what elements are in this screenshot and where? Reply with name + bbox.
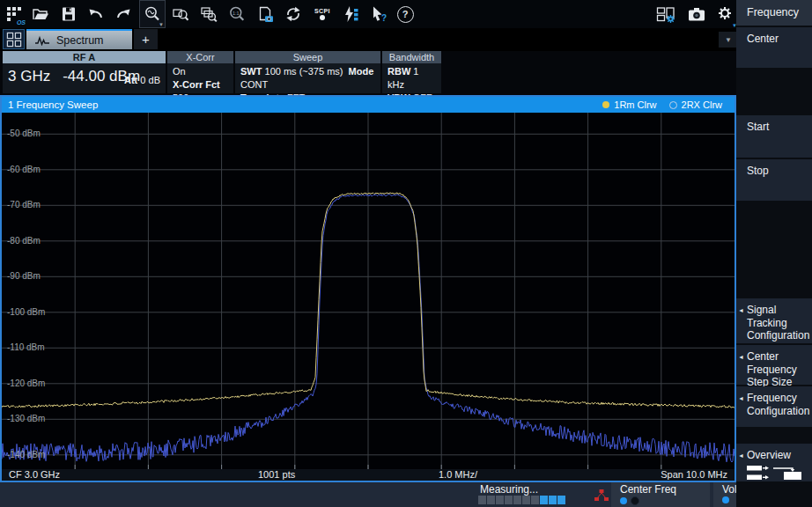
- zoom-waveform-icon: [144, 5, 161, 23]
- undo-icon: [87, 5, 105, 23]
- refresh-button[interactable]: [280, 0, 306, 28]
- zoom-one-to-one-icon: 1:1: [228, 5, 246, 23]
- xcorr-state: On: [173, 65, 228, 78]
- zoom-off-button[interactable]: 1:1: [224, 0, 250, 28]
- tab-spectrum[interactable]: Spectrum: [26, 29, 132, 49]
- softkey-start[interactable]: Start: [736, 115, 812, 158]
- progress-segment: [487, 496, 495, 504]
- scpi-icon: SCPI: [314, 8, 330, 20]
- xcorr-panel-title: X-Corr: [167, 51, 233, 63]
- macro-bolt-icon: [342, 5, 359, 23]
- camera-icon: [687, 5, 706, 23]
- knob-center-freq-label: Center Freq: [611, 482, 710, 496]
- spectrum-plot[interactable]: -50 dBm-60 dBm-70 dBm-80 dBm-90 dBm-100 …: [2, 113, 734, 469]
- softkey-frequency-config[interactable]: ◄ Frequency Configuration: [736, 386, 812, 428]
- open-button[interactable]: [27, 0, 54, 28]
- progress-segment: [549, 496, 557, 504]
- status-bar: Measuring... Center Freq Volume: [0, 482, 812, 507]
- scale-per-division-readout: 1.0 MHz/: [439, 469, 477, 481]
- tab-list-dropdown[interactable]: ▼: [719, 32, 738, 48]
- softkey-overview[interactable]: ◄ Overview: [736, 444, 812, 482]
- smartgrid-button[interactable]: [653, 0, 679, 28]
- trace1-marker-icon: [602, 101, 609, 108]
- display-grid-button[interactable]: [3, 29, 25, 49]
- trace-legend: 1Rm Clrw 2RX Clrw: [602, 97, 722, 113]
- lan-error-icon: [594, 489, 609, 503]
- legend-trace-1[interactable]: 1Rm Clrw: [602, 97, 656, 113]
- submenu-arrow-icon: ◄: [738, 450, 744, 463]
- help-button[interactable]: ?: [392, 0, 418, 28]
- softkey-stop[interactable]: Stop: [736, 159, 812, 202]
- refresh-icon: [284, 5, 302, 23]
- add-channel-tab[interactable]: +: [134, 29, 158, 49]
- submenu-arrow-icon: ◄: [738, 351, 744, 364]
- submenu-arrow-icon: ◄: [738, 393, 744, 406]
- progress-segment: [478, 496, 486, 504]
- rf-panel-title: RF A: [3, 51, 166, 63]
- zoom-area-icon: [172, 5, 189, 23]
- sweep-panel[interactable]: Sweep SWT 100 ms (~375 ms) Mode CONT Typ…: [235, 51, 380, 93]
- multi-zoom-icon: [200, 5, 218, 23]
- multi-zoom-button[interactable]: [196, 0, 222, 28]
- y-axis-tick-label: -110 dBm: [7, 342, 45, 353]
- sweep-panel-title: Sweep: [235, 51, 380, 63]
- context-help-button[interactable]: ?: [365, 0, 392, 28]
- save-button[interactable]: [55, 0, 82, 28]
- setup-button[interactable]: ▼: [712, 0, 738, 28]
- scpi-dot-icon: [320, 15, 325, 20]
- zoom-area-button[interactable]: [167, 0, 194, 28]
- center-frequency-readout: CF 3.0 GHz: [9, 469, 60, 481]
- legend-trace-2[interactable]: 2RX Clrw: [669, 97, 722, 113]
- spectrum-analyzer-app: OS: [0, 0, 812, 507]
- bandwidth-panel-title: Bandwidth: [382, 51, 441, 63]
- volume-dot-icon: [722, 496, 729, 503]
- trace-canvas: [2, 113, 734, 469]
- xcorr-panel[interactable]: X-Corr On X-Corr Fct 500: [167, 51, 233, 93]
- scpi-label: SCPI: [314, 8, 330, 14]
- rbw-value: RBW 1 kHz: [388, 65, 436, 92]
- scpi-button[interactable]: SCPI: [309, 0, 336, 28]
- sweep-points-readout: 1001 pts: [258, 469, 295, 481]
- hardcopy-button[interactable]: [252, 0, 278, 28]
- channel-info-bar: RF A 3 GHz -44.00 dBm Att 0 dB X-Corr On…: [0, 51, 736, 95]
- rf-panel[interactable]: RF A 3 GHz -44.00 dBm Att 0 dB: [3, 51, 166, 93]
- measuring-status: Measuring...: [480, 483, 538, 496]
- submenu-arrow-icon: ◄: [738, 305, 744, 318]
- os-menu-button[interactable]: OS: [1, 0, 27, 28]
- progress-segment: [557, 496, 565, 504]
- svg-text:1:1: 1:1: [233, 11, 240, 16]
- redo-button[interactable]: [110, 0, 137, 28]
- redo-icon: [114, 5, 132, 23]
- trace2-marker-icon: [669, 101, 677, 109]
- bandwidth-panel[interactable]: Bandwidth RBW 1 kHz VBW OFF: [382, 51, 441, 93]
- gear-icon: [716, 5, 734, 23]
- measurement-window[interactable]: 1 Frequency Sweep 1Rm Clrw 2RX Clrw -50 …: [0, 95, 736, 482]
- progress-segment: [505, 496, 513, 504]
- attenuation-value: Att 0 dB: [124, 74, 160, 87]
- softkey-center-freq-step-size[interactable]: ◄ Center Frequency Step Size: [736, 345, 812, 386]
- y-axis-tick-label: -70 dBm: [7, 200, 41, 210]
- progress-segment: [540, 496, 548, 504]
- zoom-mode-caret-icon: ▼: [159, 22, 164, 27]
- progress-segment: [522, 496, 530, 504]
- zoom-mode-button[interactable]: ▼: [139, 0, 166, 28]
- ref-frequency-value: 3 GHz: [8, 65, 50, 88]
- y-axis-tick-label: -80 dBm: [7, 236, 41, 246]
- y-axis-tick-label: -100 dBm: [7, 307, 45, 318]
- y-axis-tick-label: -140 dBm: [7, 450, 45, 460]
- macro-button[interactable]: [337, 0, 364, 28]
- softkey-center[interactable]: Center: [736, 27, 812, 69]
- knob-center-freq-panel[interactable]: Center Freq: [611, 482, 710, 507]
- y-axis-tick-label: -60 dBm: [7, 165, 41, 175]
- y-axis-tick-label: -50 dBm: [7, 129, 41, 139]
- window-titlebar[interactable]: 1 Frequency Sweep 1Rm Clrw 2RX Clrw: [2, 97, 734, 113]
- window-title: 1 Frequency Sweep: [2, 99, 98, 110]
- save-floppy-icon: [60, 5, 78, 23]
- screenshot-button[interactable]: [683, 0, 710, 28]
- trace1-label: 1Rm Clrw: [614, 97, 656, 113]
- undo-button[interactable]: [83, 0, 109, 28]
- os-label: OS: [17, 19, 26, 26]
- svg-text:?: ?: [381, 13, 387, 23]
- softkey-signal-tracking-config[interactable]: ◄ Signal Tracking Configuration: [736, 298, 812, 344]
- plot-footer: CF 3.0 GHz 1001 pts 1.0 MHz/ Span 10.0 M…: [2, 469, 734, 481]
